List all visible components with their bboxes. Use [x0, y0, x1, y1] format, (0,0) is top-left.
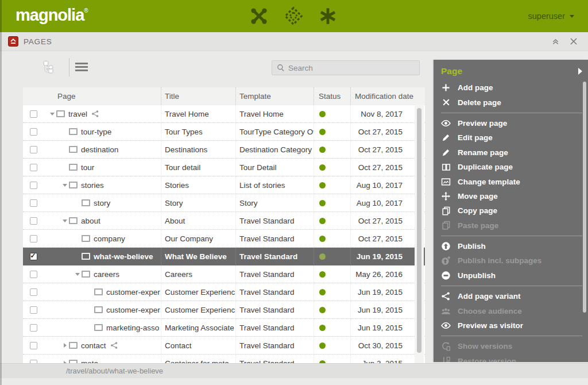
action-add-page-variant[interactable]: Add page variant	[434, 289, 588, 303]
row-checkbox[interactable]	[30, 164, 37, 171]
close-app-icon[interactable]	[570, 37, 578, 45]
page-title: Destinations	[161, 141, 235, 158]
unpublish-icon	[441, 271, 451, 280]
page-template: Travel Standard	[235, 301, 314, 318]
action-preview-as-visitor[interactable]: Preview as visitor	[434, 318, 588, 333]
column-header-modification-date[interactable]: Modification date	[350, 87, 425, 105]
action-add-page[interactable]: Add page	[434, 80, 588, 95]
status-bar: /travel/about/what-we-believe	[0, 363, 588, 378]
page-title: Stories	[161, 176, 235, 194]
action-publish[interactable]: Publish	[434, 239, 588, 253]
row-checkbox[interactable]	[30, 217, 37, 225]
action-duplicate-page[interactable]: Duplicate page	[434, 160, 588, 174]
page-icon	[94, 306, 103, 313]
table-row-story[interactable]: storyStoryStoryAug 10, 2017	[23, 194, 425, 212]
collapse-app-icon[interactable]	[551, 37, 560, 46]
table-row-travel[interactable]: travelTravel HomeTravel HomeNov 8, 2017	[23, 105, 425, 123]
column-header-template[interactable]: Template	[235, 87, 314, 105]
row-checkbox[interactable]	[30, 306, 37, 314]
logo-text: magnolia	[16, 6, 84, 24]
page-template: Travel Standard	[235, 248, 314, 265]
status-dot-green	[319, 147, 326, 153]
page-title: Contact	[161, 337, 235, 354]
row-checkbox[interactable]	[30, 253, 37, 260]
action-unpublish[interactable]: Unpublish	[434, 268, 588, 283]
column-header-select	[23, 87, 44, 105]
row-checkbox[interactable]	[30, 182, 37, 189]
table-row-stories[interactable]: storiesStoriesList of storiesAug 10, 201…	[23, 176, 425, 194]
table-row-what-we-believe[interactable]: what-we-believeWhat We BelieveTravel Sta…	[23, 248, 425, 265]
expander-icon[interactable]	[61, 220, 69, 222]
dots-cross-icon[interactable]	[249, 6, 269, 26]
expander-icon[interactable]	[74, 273, 82, 276]
table-row-about[interactable]: aboutAboutTravel StandardOct 27, 2015	[23, 212, 425, 230]
action-preview-page[interactable]: Preview page	[434, 116, 588, 130]
action-delete-page[interactable]: Delete page	[434, 95, 588, 109]
row-checkbox[interactable]	[30, 146, 37, 153]
search-box	[272, 60, 420, 75]
action-edit-page[interactable]: Edit page	[434, 130, 588, 145]
modification-date: Jun 3, 2015	[350, 355, 425, 363]
status-bar-footer-strip	[0, 378, 588, 385]
pages-table: Page Title Template Status Modification …	[23, 87, 425, 363]
modification-date: Aug 10, 2017	[350, 176, 425, 194]
row-checkbox[interactable]	[30, 288, 37, 296]
page-name: marketing-asso	[106, 324, 159, 332]
row-checkbox[interactable]	[30, 342, 37, 349]
asterisk-icon[interactable]	[318, 6, 338, 26]
table-row-customer-exper[interactable]: customer-experCustomer ExperiencTravel S…	[23, 283, 425, 301]
magnolia-logo[interactable]: magnolia®	[16, 6, 88, 25]
row-checkbox[interactable]	[30, 235, 37, 242]
row-checkbox[interactable]	[30, 110, 37, 118]
status-dot-green	[319, 253, 326, 260]
top-header-bar: magnolia® superuser	[0, 0, 588, 32]
action-rename-page[interactable]: Rename page	[434, 145, 588, 160]
table-header: Page Title Template Status Modification …	[23, 87, 425, 105]
action-move-page[interactable]: Move page	[434, 189, 588, 203]
action-change-template[interactable]: Change template	[434, 174, 588, 188]
table-scrollbar-thumb[interactable]	[417, 108, 421, 353]
page-template: Travel Home	[235, 105, 314, 122]
section-expand-arrow-icon[interactable]	[578, 68, 582, 75]
column-header-title[interactable]: Title	[161, 87, 235, 105]
tree-view-button[interactable]	[41, 59, 59, 76]
table-row-contact[interactable]: contactContactTravel StandardOct 30, 201…	[23, 337, 425, 355]
column-header-page[interactable]: Page	[44, 87, 161, 105]
modification-date: Oct 30, 2015	[350, 337, 425, 354]
hatched-diamond-icon[interactable]	[284, 6, 303, 26]
page-title: What We Believe	[161, 248, 235, 265]
table-row-customer-exper[interactable]: customer-experCustomer ExperiencTravel S…	[23, 301, 425, 319]
table-row-company[interactable]: companyOur CompanyTravel StandardOct 27,…	[23, 230, 425, 248]
actionbar-scrollbar[interactable]	[583, 82, 586, 313]
action-copy-page[interactable]: Copy page	[434, 203, 588, 218]
row-checkbox[interactable]	[30, 199, 37, 207]
search-icon	[277, 64, 285, 72]
row-checkbox[interactable]	[30, 128, 37, 136]
row-checkbox[interactable]	[30, 324, 37, 332]
action-bar-section-title: Page	[441, 66, 462, 76]
table-row-marketing-asso[interactable]: marketing-assoMarketing AssociateTravel …	[23, 319, 425, 337]
expander-icon[interactable]	[61, 343, 69, 348]
column-header-status[interactable]: Status	[314, 87, 350, 105]
expander-icon[interactable]	[48, 113, 56, 116]
versions-icon	[441, 341, 451, 351]
eye-icon	[441, 321, 451, 330]
table-row-destination[interactable]: destinationDestinationsDestination Categ…	[23, 141, 425, 159]
row-checkbox[interactable]	[30, 271, 37, 278]
table-scrollbar[interactable]	[415, 105, 424, 363]
table-row-tour[interactable]: tourTour detailTour DetailOct 27, 2015	[23, 159, 425, 176]
table-row-meta[interactable]: metaContainer for metaTravel StandardJun…	[23, 355, 425, 363]
list-view-button[interactable]	[75, 63, 88, 73]
move-icon	[441, 191, 451, 201]
expander-icon[interactable]	[61, 184, 69, 187]
search-input[interactable]	[288, 64, 415, 72]
page-icon	[69, 146, 78, 153]
user-menu[interactable]: superuser	[528, 11, 574, 21]
view-toggle-divider	[69, 58, 69, 76]
action-show-versions: Show versions	[434, 339, 588, 353]
plus-icon	[441, 83, 451, 93]
table-row-tour-type[interactable]: tour-typeTour TypesTourType Category OvO…	[23, 123, 425, 141]
table-row-careers[interactable]: careersCareersTravel StandardMay 26, 201…	[23, 265, 425, 283]
page-title: Careers	[161, 265, 235, 283]
page-icon	[94, 324, 103, 331]
